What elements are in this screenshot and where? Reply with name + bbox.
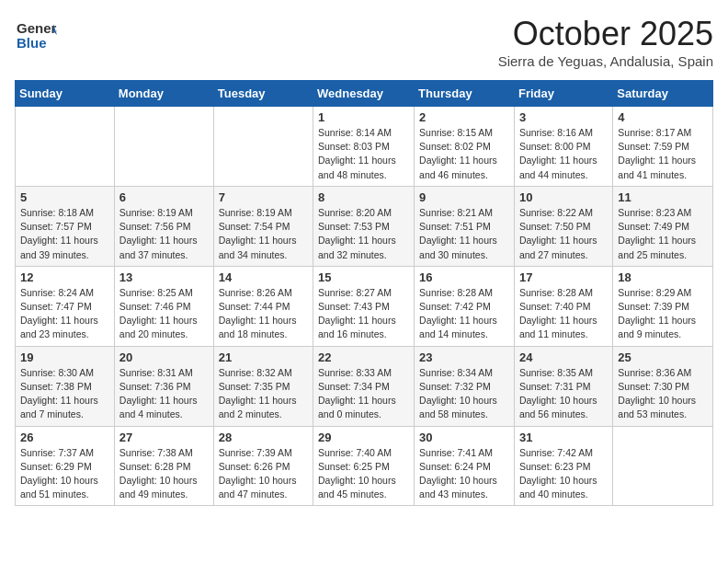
calendar-cell: 21Sunrise: 8:32 AMSunset: 7:35 PMDayligh… bbox=[213, 346, 313, 426]
day-number: 19 bbox=[20, 350, 109, 364]
calendar-cell: 31Sunrise: 7:42 AMSunset: 6:23 PMDayligh… bbox=[514, 426, 612, 506]
calendar-week-1: 1Sunrise: 8:14 AMSunset: 8:03 PMDaylight… bbox=[16, 107, 713, 187]
day-number: 26 bbox=[20, 431, 109, 444]
day-info: Sunrise: 7:39 AMSunset: 6:26 PMDaylight:… bbox=[219, 446, 308, 502]
calendar-cell: 11Sunrise: 8:23 AMSunset: 7:49 PMDayligh… bbox=[613, 186, 713, 266]
day-info: Sunrise: 8:22 AMSunset: 7:50 PMDaylight:… bbox=[519, 206, 608, 262]
day-info: Sunrise: 8:19 AMSunset: 7:54 PMDaylight:… bbox=[219, 206, 308, 262]
weekday-header-row: SundayMondayTuesdayWednesdayThursdayFrid… bbox=[16, 81, 713, 107]
calendar-cell: 18Sunrise: 8:29 AMSunset: 7:39 PMDayligh… bbox=[613, 266, 713, 346]
day-number: 27 bbox=[119, 431, 209, 444]
day-number: 28 bbox=[219, 431, 308, 444]
calendar-cell: 29Sunrise: 7:40 AMSunset: 6:25 PMDayligh… bbox=[313, 426, 415, 506]
day-info: Sunrise: 8:23 AMSunset: 7:49 PMDaylight:… bbox=[618, 206, 708, 262]
day-info: Sunrise: 8:32 AMSunset: 7:35 PMDaylight:… bbox=[219, 366, 308, 422]
day-info: Sunrise: 8:15 AMSunset: 8:02 PMDaylight:… bbox=[419, 126, 509, 182]
day-info: Sunrise: 8:30 AMSunset: 7:38 PMDaylight:… bbox=[20, 366, 109, 422]
calendar-cell: 2Sunrise: 8:15 AMSunset: 8:02 PMDaylight… bbox=[415, 107, 515, 187]
calendar-cell: 8Sunrise: 8:20 AMSunset: 7:53 PMDaylight… bbox=[313, 186, 415, 266]
calendar-cell: 25Sunrise: 8:36 AMSunset: 7:30 PMDayligh… bbox=[613, 346, 713, 426]
day-number: 12 bbox=[20, 270, 109, 284]
day-number: 13 bbox=[119, 270, 209, 284]
day-info: Sunrise: 8:14 AMSunset: 8:03 PMDaylight:… bbox=[318, 126, 409, 182]
calendar-cell: 27Sunrise: 7:38 AMSunset: 6:28 PMDayligh… bbox=[114, 426, 213, 506]
weekday-header-wednesday: Wednesday bbox=[313, 81, 415, 107]
calendar-table: SundayMondayTuesdayWednesdayThursdayFrid… bbox=[15, 80, 713, 506]
calendar-cell: 1Sunrise: 8:14 AMSunset: 8:03 PMDaylight… bbox=[313, 107, 415, 187]
calendar-cell: 5Sunrise: 8:18 AMSunset: 7:57 PMDaylight… bbox=[16, 186, 115, 266]
day-number: 20 bbox=[119, 350, 209, 364]
day-number: 14 bbox=[219, 270, 308, 284]
day-info: Sunrise: 7:42 AMSunset: 6:23 PMDaylight:… bbox=[519, 446, 608, 502]
day-info: Sunrise: 8:35 AMSunset: 7:31 PMDaylight:… bbox=[519, 366, 608, 422]
day-info: Sunrise: 8:19 AMSunset: 7:56 PMDaylight:… bbox=[119, 206, 209, 262]
weekday-header-thursday: Thursday bbox=[415, 81, 515, 107]
logo: General Blue bbox=[15, 15, 57, 57]
calendar-cell: 3Sunrise: 8:16 AMSunset: 8:00 PMDaylight… bbox=[514, 107, 612, 187]
day-number: 25 bbox=[618, 350, 708, 364]
day-number: 17 bbox=[519, 270, 608, 284]
day-info: Sunrise: 8:16 AMSunset: 8:00 PMDaylight:… bbox=[519, 126, 608, 182]
day-info: Sunrise: 8:34 AMSunset: 7:32 PMDaylight:… bbox=[419, 366, 509, 422]
calendar-cell: 20Sunrise: 8:31 AMSunset: 7:36 PMDayligh… bbox=[114, 346, 213, 426]
day-number: 7 bbox=[219, 190, 308, 204]
calendar-cell: 16Sunrise: 8:28 AMSunset: 7:42 PMDayligh… bbox=[415, 266, 515, 346]
day-number: 29 bbox=[318, 431, 409, 444]
day-info: Sunrise: 7:37 AMSunset: 6:29 PMDaylight:… bbox=[20, 446, 109, 502]
day-info: Sunrise: 8:31 AMSunset: 7:36 PMDaylight:… bbox=[119, 366, 209, 422]
calendar-cell bbox=[114, 107, 213, 187]
weekday-header-tuesday: Tuesday bbox=[213, 81, 313, 107]
day-number: 21 bbox=[219, 350, 308, 364]
weekday-header-sunday: Sunday bbox=[16, 81, 115, 107]
weekday-header-saturday: Saturday bbox=[613, 81, 713, 107]
day-number: 30 bbox=[419, 431, 509, 444]
calendar-cell: 15Sunrise: 8:27 AMSunset: 7:43 PMDayligh… bbox=[313, 266, 415, 346]
day-number: 5 bbox=[20, 190, 109, 204]
calendar-cell: 28Sunrise: 7:39 AMSunset: 6:26 PMDayligh… bbox=[213, 426, 313, 506]
calendar-cell bbox=[613, 426, 713, 506]
day-info: Sunrise: 8:29 AMSunset: 7:39 PMDaylight:… bbox=[618, 286, 708, 342]
day-info: Sunrise: 8:21 AMSunset: 7:51 PMDaylight:… bbox=[419, 206, 509, 262]
calendar-week-2: 5Sunrise: 8:18 AMSunset: 7:57 PMDaylight… bbox=[16, 186, 713, 266]
day-info: Sunrise: 8:27 AMSunset: 7:43 PMDaylight:… bbox=[318, 286, 409, 342]
weekday-header-monday: Monday bbox=[114, 81, 213, 107]
day-number: 16 bbox=[419, 270, 509, 284]
day-info: Sunrise: 8:24 AMSunset: 7:47 PMDaylight:… bbox=[20, 286, 109, 342]
day-info: Sunrise: 8:33 AMSunset: 7:34 PMDaylight:… bbox=[318, 366, 409, 422]
calendar-cell: 30Sunrise: 7:41 AMSunset: 6:24 PMDayligh… bbox=[415, 426, 515, 506]
month-title: October 2025 bbox=[498, 15, 713, 53]
day-info: Sunrise: 8:28 AMSunset: 7:40 PMDaylight:… bbox=[519, 286, 608, 342]
calendar-cell: 13Sunrise: 8:25 AMSunset: 7:46 PMDayligh… bbox=[114, 266, 213, 346]
calendar-week-3: 12Sunrise: 8:24 AMSunset: 7:47 PMDayligh… bbox=[16, 266, 713, 346]
day-info: Sunrise: 8:17 AMSunset: 7:59 PMDaylight:… bbox=[618, 126, 708, 182]
svg-text:Blue: Blue bbox=[17, 35, 47, 51]
svg-text:General: General bbox=[17, 20, 57, 36]
calendar-cell: 12Sunrise: 8:24 AMSunset: 7:47 PMDayligh… bbox=[16, 266, 115, 346]
day-number: 24 bbox=[519, 350, 608, 364]
day-number: 15 bbox=[318, 270, 409, 284]
calendar-cell: 26Sunrise: 7:37 AMSunset: 6:29 PMDayligh… bbox=[16, 426, 115, 506]
calendar-cell: 9Sunrise: 8:21 AMSunset: 7:51 PMDaylight… bbox=[415, 186, 515, 266]
day-number: 6 bbox=[119, 190, 209, 204]
day-number: 4 bbox=[618, 110, 708, 124]
calendar-cell: 7Sunrise: 8:19 AMSunset: 7:54 PMDaylight… bbox=[213, 186, 313, 266]
day-info: Sunrise: 8:36 AMSunset: 7:30 PMDaylight:… bbox=[618, 366, 708, 422]
day-number: 10 bbox=[519, 190, 608, 204]
day-number: 23 bbox=[419, 350, 509, 364]
day-info: Sunrise: 8:26 AMSunset: 7:44 PMDaylight:… bbox=[219, 286, 308, 342]
calendar-week-5: 26Sunrise: 7:37 AMSunset: 6:29 PMDayligh… bbox=[16, 426, 713, 506]
calendar-cell: 6Sunrise: 8:19 AMSunset: 7:56 PMDaylight… bbox=[114, 186, 213, 266]
day-number: 31 bbox=[519, 431, 608, 444]
title-block: October 2025 Sierra de Yeguas, Andalusia… bbox=[498, 15, 713, 69]
calendar-cell bbox=[213, 107, 313, 187]
calendar-cell: 17Sunrise: 8:28 AMSunset: 7:40 PMDayligh… bbox=[514, 266, 612, 346]
day-info: Sunrise: 8:20 AMSunset: 7:53 PMDaylight:… bbox=[318, 206, 409, 262]
calendar-cell: 10Sunrise: 8:22 AMSunset: 7:50 PMDayligh… bbox=[514, 186, 612, 266]
day-number: 22 bbox=[318, 350, 409, 364]
day-number: 11 bbox=[618, 190, 708, 204]
day-number: 9 bbox=[419, 190, 509, 204]
calendar-week-4: 19Sunrise: 8:30 AMSunset: 7:38 PMDayligh… bbox=[16, 346, 713, 426]
calendar-cell: 4Sunrise: 8:17 AMSunset: 7:59 PMDaylight… bbox=[613, 107, 713, 187]
day-number: 2 bbox=[419, 110, 509, 124]
day-number: 3 bbox=[519, 110, 608, 124]
